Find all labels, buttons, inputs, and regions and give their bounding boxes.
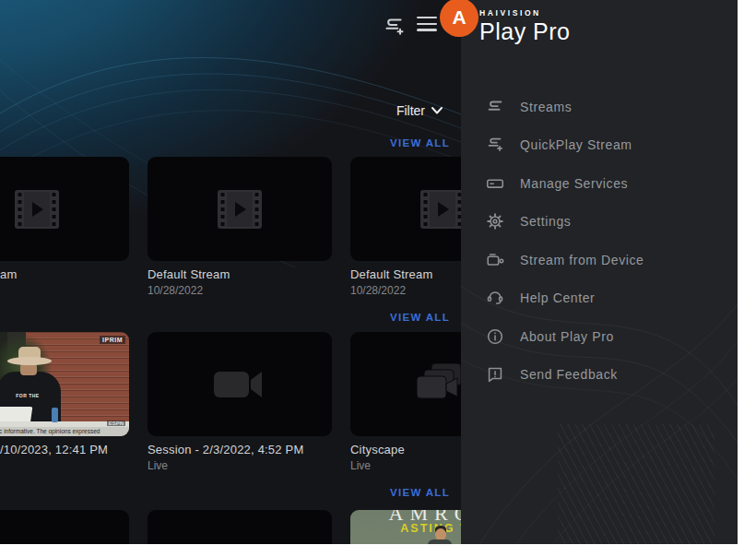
menu-item-help-center[interactable]: Help Center xyxy=(461,279,738,318)
stream-thumbnail-photo: FOR THE IPRIM ESPN meant to be comedic i… xyxy=(0,332,129,436)
quickplay-icon xyxy=(485,135,505,155)
stream-thumbnail xyxy=(148,157,332,261)
view-all-link-1[interactable]: VIEW ALL xyxy=(390,137,450,148)
stream-card[interactable]: am xyxy=(0,157,129,281)
poster-person-body xyxy=(428,539,452,544)
streams-icon xyxy=(485,97,505,117)
quickplay-stream-icon[interactable] xyxy=(382,14,406,41)
filter-label: Filter xyxy=(396,103,425,118)
stream-from-device-icon xyxy=(485,250,505,270)
stream-title: am xyxy=(0,267,129,281)
menu-item-label: QuickPlay Stream xyxy=(520,137,632,152)
menu-item-quickplay-stream[interactable]: QuickPlay Stream xyxy=(461,126,738,165)
view-all-link-3[interactable]: VIEW ALL xyxy=(390,487,450,498)
app-window: Filter VIEW ALL VIEW ALL VIEW ALL xyxy=(0,0,738,544)
menu-item-label: Settings xyxy=(520,214,571,229)
drawer-menu: Streams QuickPlay Stream Manage Services xyxy=(461,88,738,394)
stream-card[interactable]: Default Stream 10/28/2022 xyxy=(148,157,332,297)
chevron-down-icon xyxy=(431,107,443,114)
stream-thumbnail xyxy=(148,510,332,544)
settings-icon xyxy=(485,211,505,231)
stream-card[interactable]: FOR THE IPRIM ESPN meant to be comedic i… xyxy=(0,332,129,456)
stream-thumbnail xyxy=(0,157,129,261)
stream-date: 10/28/2022 xyxy=(148,284,332,297)
film-icon xyxy=(420,190,465,229)
photo-water-bottle xyxy=(52,408,58,422)
view-all-link-2[interactable]: VIEW ALL xyxy=(390,312,450,323)
photo-logo-top-right: IPRIM xyxy=(100,336,125,344)
menu-item-label: Send Feedback xyxy=(520,367,618,382)
stream-title: /10/2023, 12:41 PM xyxy=(0,443,129,456)
stream-card[interactable]: Session - 2/3/2022, 4:52 PM Live xyxy=(148,332,332,472)
content-area: Filter VIEW ALL VIEW ALL VIEW ALL xyxy=(0,0,461,544)
menu-item-stream-from-device[interactable]: Stream from Device xyxy=(461,241,738,279)
live-label: Live xyxy=(148,459,332,472)
menu-item-label: Manage Services xyxy=(520,176,628,191)
stream-card[interactable] xyxy=(0,510,129,544)
film-icon xyxy=(15,190,59,229)
menu-item-label: Help Center xyxy=(520,290,595,305)
filter-control[interactable]: Filter xyxy=(396,103,443,118)
stream-title: Default Stream xyxy=(148,267,332,281)
help-center-icon xyxy=(485,288,505,308)
menu-item-label: About Play Pro xyxy=(520,329,614,344)
menu-item-send-feedback[interactable]: Send Feedback xyxy=(461,356,738,395)
send-feedback-icon xyxy=(485,364,505,385)
menu-item-about-play-pro[interactable]: About Play Pro xyxy=(461,317,738,356)
stream-thumbnail xyxy=(0,510,129,544)
video-camera-icon xyxy=(214,368,266,401)
annotation-badge-a[interactable]: A xyxy=(440,0,478,37)
menu-item-label: Streams xyxy=(520,100,572,114)
about-icon xyxy=(485,326,505,347)
stream-card[interactable] xyxy=(148,510,332,544)
stream-thumbnail xyxy=(148,332,332,436)
brand-play-pro: Play Pro xyxy=(479,18,570,45)
hamburger-menu-icon[interactable] xyxy=(417,17,437,31)
photo-ticker-text: meant to be comedic informative. The opi… xyxy=(0,427,129,436)
photo-logo-bottom-right: ESPN xyxy=(107,421,125,426)
film-icon xyxy=(218,190,262,229)
brand-haivision: HAIVISION xyxy=(479,8,570,18)
menu-item-streams[interactable]: Streams xyxy=(461,88,738,126)
menu-item-settings[interactable]: Settings xyxy=(461,203,738,242)
manage-services-icon xyxy=(485,173,505,194)
stream-title: Session - 2/3/2022, 4:52 PM xyxy=(148,443,332,456)
navigation-drawer: HAIVISION Play Pro Streams QuickPlay Str… xyxy=(461,0,738,544)
menu-item-manage-services[interactable]: Manage Services xyxy=(461,164,738,203)
photo-hoodie-text: FOR THE xyxy=(15,393,41,398)
brand-logo: HAIVISION Play Pro xyxy=(479,8,570,45)
menu-item-label: Stream from Device xyxy=(520,253,644,267)
